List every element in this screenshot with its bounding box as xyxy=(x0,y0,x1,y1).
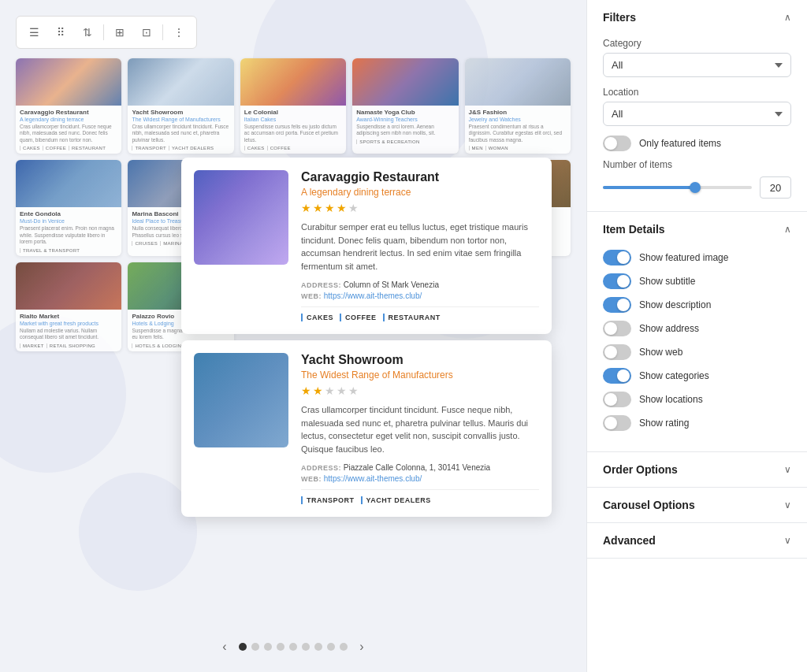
detail-card-address: ADDRESS: Piazzale Calle Colonna, 1, 3014… xyxy=(301,463,539,472)
grid-card-subtitle: Italian Cakes xyxy=(244,117,342,122)
grid-card-title: Caravaggio Restaurant xyxy=(20,109,117,116)
grid-card-text: Cras ullamcorper tincidunt. Fusce neque … xyxy=(20,124,117,143)
prev-page-button[interactable]: ‹ xyxy=(215,637,234,656)
toggle-show-subtitle[interactable] xyxy=(603,273,631,289)
detail-card-description: Curabitur semper erat eu tellus luctus, … xyxy=(301,221,539,273)
grid-dots-button[interactable]: ⠿ xyxy=(48,20,73,45)
web-link[interactable]: https://www.ait-themes.club/ xyxy=(324,291,422,300)
advanced-header[interactable]: Advanced ∨ xyxy=(587,523,807,558)
detail-card[interactable]: Caravaggio Restaurant A legendary dining… xyxy=(181,158,552,334)
item-details-section: Item Details ∧ Show featured image Show … xyxy=(587,212,807,452)
grid-card-tags: MENWOMAN xyxy=(469,146,567,150)
item-detail-row: Show rating xyxy=(603,415,791,431)
up-down-button[interactable]: ⇅ xyxy=(75,20,100,45)
toggle-show-categories[interactable] xyxy=(603,368,631,384)
list-view-button[interactable]: ☰ xyxy=(21,20,46,45)
toggle-show-rating[interactable] xyxy=(603,415,631,431)
detail-card-content: Caravaggio Restaurant A legendary dining… xyxy=(301,170,539,321)
filled-star-icon: ★ xyxy=(301,384,311,397)
overlay-cards: Caravaggio Restaurant A legendary dining… xyxy=(181,158,552,517)
detail-card[interactable]: Yacht Showroom The Widest Range of Manuf… xyxy=(181,340,552,517)
order-options-chevron-icon: ∨ xyxy=(784,464,791,475)
order-options-header[interactable]: Order Options ∨ xyxy=(587,452,807,487)
grid-card-body: J&S Fashion Jewelry and Watches Praesent… xyxy=(465,106,571,154)
grid-card[interactable]: Le Colonial Italian Cakes Suspendisse cu… xyxy=(240,58,346,154)
filled-star-icon: ★ xyxy=(337,202,347,214)
filters-header[interactable]: Filters ∧ xyxy=(587,0,807,35)
toggle-show-featured-image[interactable] xyxy=(603,250,631,265)
grid-card[interactable]: Yacht Showroom The Widest Range of Manuf… xyxy=(128,58,233,154)
toggle-show-web[interactable] xyxy=(603,344,631,360)
item-detail-row: Show locations xyxy=(603,392,791,407)
item-detail-row: Show subtitle xyxy=(603,273,791,289)
only-featured-label: Only featured items xyxy=(639,138,721,149)
pagination-dot[interactable] xyxy=(289,643,297,651)
detail-card-content: Yacht Showroom The Widest Range of Manuf… xyxy=(301,353,539,504)
right-panel: Filters ∧ Category All Location All Only… xyxy=(586,0,807,672)
detail-card-title: Caravaggio Restaurant xyxy=(301,170,539,184)
grid-tag: CAKES xyxy=(20,146,40,150)
filled-star-icon: ★ xyxy=(325,202,335,214)
only-featured-row: Only featured items xyxy=(603,136,791,151)
pagination-dot[interactable] xyxy=(302,643,310,651)
card-view-button[interactable]: ⊡ xyxy=(134,20,159,45)
detail-tag: CAKES xyxy=(301,314,333,321)
grid-card-title: J&S Fashion xyxy=(469,109,567,116)
item-detail-row: Show featured image xyxy=(603,250,791,265)
grid-card-image xyxy=(240,58,346,106)
grid-card-title: Le Colonial xyxy=(244,109,342,116)
toggle-label: Show web xyxy=(639,347,682,358)
grid-tag: CAKES xyxy=(244,146,265,150)
pagination-dot[interactable] xyxy=(314,643,322,651)
slider-thumb[interactable] xyxy=(690,182,701,193)
item-detail-row: Show web xyxy=(603,344,791,360)
web-link[interactable]: https://www.ait-themes.club/ xyxy=(324,474,422,483)
filled-star-icon: ★ xyxy=(313,384,323,397)
pagination-dot[interactable] xyxy=(251,643,259,651)
grid-card-title: Yacht Showroom xyxy=(132,109,229,116)
toggle-show-address[interactable] xyxy=(603,321,631,336)
grid-card[interactable]: J&S Fashion Jewelry and Watches Praesent… xyxy=(465,58,571,154)
grid-card[interactable]: Rialto Market Market with great fresh pr… xyxy=(16,262,121,351)
pagination-dot[interactable] xyxy=(340,643,348,651)
advanced-section: Advanced ∨ xyxy=(587,523,807,559)
carousel-options-title: Carousel Options xyxy=(603,499,695,511)
grid-card-subtitle: Jewelry and Watches xyxy=(469,117,567,122)
pagination-dot[interactable] xyxy=(277,643,284,651)
toggle-show-locations[interactable] xyxy=(603,392,631,407)
only-featured-toggle[interactable] xyxy=(603,136,631,151)
grid-card-title: Namaste Yoga Club xyxy=(356,109,454,116)
grid-card-body: Yacht Showroom The Widest Range of Manuf… xyxy=(128,106,233,154)
grid-view-button[interactable]: ⊞ xyxy=(107,20,132,45)
empty-star-icon: ★ xyxy=(348,384,359,397)
grid-card-image xyxy=(16,58,121,106)
grid-card-title: Rialto Market xyxy=(20,313,117,320)
pagination-dot[interactable] xyxy=(239,643,247,651)
next-page-button[interactable]: › xyxy=(352,637,371,656)
pagination-dot[interactable] xyxy=(264,643,272,651)
detail-card-address: ADDRESS: Column of St Mark Venezia xyxy=(301,280,539,289)
toggle-label: Show locations xyxy=(639,394,703,405)
carousel-options-chevron-icon: ∨ xyxy=(784,499,791,510)
grid-tag: CRUISES xyxy=(132,241,158,246)
category-select[interactable]: All xyxy=(603,53,791,77)
location-label: Location xyxy=(603,87,791,98)
grid-card[interactable]: Namaste Yoga Club Award-Winning Teachers… xyxy=(352,58,458,154)
item-details-header[interactable]: Item Details ∧ xyxy=(587,212,807,247)
grid-tag: MARINA xyxy=(160,241,183,246)
item-detail-row: Show categories xyxy=(603,368,791,384)
grid-card-tags: SPORTS & RECREATION xyxy=(356,139,454,144)
grid-card[interactable]: Caravaggio Restaurant A legendary dining… xyxy=(16,58,121,154)
grid-card[interactable]: Ente Gondola Must-Do in Venice Praesent … xyxy=(16,160,121,255)
carousel-options-header[interactable]: Carousel Options ∨ xyxy=(587,488,807,522)
grid-card-image xyxy=(352,58,458,106)
grid-tag: WOMAN xyxy=(485,146,508,150)
grid-tag: HOTELS & LODGING xyxy=(132,343,185,348)
pagination-dot[interactable] xyxy=(327,643,335,651)
grid-tag: COFFEE xyxy=(267,146,291,150)
more-options-button[interactable]: ⋮ xyxy=(166,20,192,45)
location-select[interactable]: All xyxy=(603,102,791,126)
toggle-show-description[interactable] xyxy=(603,297,631,313)
grid-tag: MARKET xyxy=(20,343,44,348)
item-details-body: Show featured image Show subtitle Show d… xyxy=(587,247,807,451)
